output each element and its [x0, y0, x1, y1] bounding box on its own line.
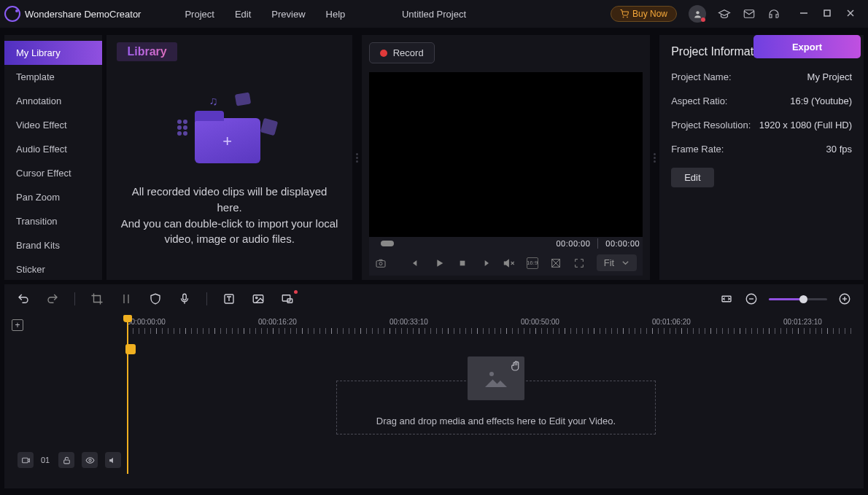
- svg-rect-22: [282, 295, 290, 301]
- framerate-value: 30 fps: [826, 144, 852, 155]
- maximize-button[interactable]: [823, 9, 833, 20]
- project-information-panel: Project Information Project Name:My Proj…: [659, 35, 864, 280]
- aspect-ratio-value: 16:9 (Youtube): [790, 96, 852, 106]
- menu-edit[interactable]: Edit: [235, 9, 251, 20]
- sidebar-item-template[interactable]: Template: [4, 65, 102, 89]
- sidebar-item-pan-zoom[interactable]: Pan Zoom: [4, 185, 102, 209]
- svg-rect-20: [253, 295, 263, 303]
- record-dot-icon: [380, 50, 387, 57]
- track-lock-button[interactable]: [58, 452, 74, 468]
- chevron-down-icon: [621, 259, 629, 267]
- crop-button[interactable]: [90, 292, 104, 306]
- play-icon[interactable]: [433, 257, 445, 269]
- grab-hand-icon: [509, 359, 522, 373]
- zoom-slider[interactable]: [769, 298, 827, 300]
- pip-button[interactable]: [280, 292, 295, 306]
- track-mute-button[interactable]: [105, 452, 121, 468]
- graduation-cap-icon[interactable]: [718, 7, 731, 20]
- image-button[interactable]: [251, 292, 266, 306]
- ruler-marker: 00:00:16:20: [258, 318, 297, 326]
- preview-current-time: 00:00:00: [557, 239, 591, 248]
- text-button[interactable]: [222, 292, 236, 306]
- project-name-label: Project Name:: [671, 71, 731, 82]
- menu-project[interactable]: Project: [185, 9, 214, 20]
- timeline-playhead[interactable]: [127, 315, 128, 474]
- timeline-toolbar: [4, 284, 864, 313]
- preview-total-time: 00:00:00: [605, 239, 640, 248]
- svg-rect-5: [824, 10, 830, 16]
- snapshot-icon[interactable]: [375, 257, 387, 269]
- track-video-icon[interactable]: [18, 452, 34, 468]
- cart-icon: [620, 9, 629, 18]
- menu-preview[interactable]: Preview: [271, 9, 305, 20]
- ruler-marker: 00:00:33:10: [390, 318, 428, 326]
- svg-point-9: [379, 262, 382, 265]
- panel-resize-handle[interactable]: [654, 35, 655, 280]
- app-name: Wondershare DemoCreator: [25, 9, 141, 20]
- aspect-ratio-label: Aspect Ratio:: [671, 96, 727, 106]
- aspect-ratio-icon[interactable]: 16:9: [527, 257, 538, 269]
- timeline-ruler[interactable]: 00:00:00:00 00:00:16:20 00:00:33:10 00:0…: [4, 313, 864, 334]
- svg-rect-31: [22, 458, 28, 463]
- mail-icon[interactable]: [743, 7, 756, 20]
- svg-point-2: [696, 11, 699, 14]
- library-sidebar: My Library Template Annotation Video Eff…: [4, 35, 102, 280]
- sidebar-item-my-library[interactable]: My Library: [4, 41, 102, 65]
- fit-timeline-button[interactable]: [719, 292, 734, 306]
- svg-rect-32: [63, 459, 69, 463]
- undo-button[interactable]: [16, 292, 31, 306]
- svg-rect-3: [744, 10, 754, 18]
- svg-point-33: [89, 459, 91, 461]
- zoom-out-button[interactable]: [744, 292, 759, 306]
- fullscreen-icon[interactable]: [573, 257, 585, 269]
- sidebar-item-sticker[interactable]: Sticker: [4, 257, 102, 281]
- sidebar-item-audio-effect[interactable]: Audio Effect: [4, 137, 102, 161]
- headset-icon[interactable]: [767, 7, 780, 20]
- library-tab[interactable]: Library: [117, 42, 177, 61]
- minimize-button[interactable]: [799, 9, 810, 20]
- close-button[interactable]: [846, 9, 856, 20]
- next-frame-icon[interactable]: [480, 257, 492, 269]
- sidebar-item-brand-kits[interactable]: Brand Kits: [4, 233, 102, 257]
- timeline[interactable]: + 00:00:00:00 00:00:16:20 00:00:33:10 00…: [4, 313, 864, 488]
- import-folder-icon[interactable]: +: [186, 98, 274, 163]
- resolution-value: 1920 x 1080 (Full HD): [759, 120, 852, 130]
- record-button[interactable]: Record: [369, 42, 435, 63]
- sidebar-item-video-effect[interactable]: Video Effect: [4, 113, 102, 137]
- svg-rect-8: [376, 260, 385, 267]
- sidebar-item-transition[interactable]: Transition: [4, 209, 102, 233]
- redo-button[interactable]: [45, 292, 60, 306]
- panel-resize-handle[interactable]: [357, 35, 357, 280]
- app-logo: Wondershare DemoCreator: [4, 6, 141, 22]
- svg-rect-18: [183, 294, 187, 300]
- project-title: Untitled Project: [402, 9, 466, 20]
- ruler-marker: 00:01:23:10: [783, 318, 822, 326]
- framerate-label: Frame Rate:: [671, 144, 724, 155]
- menu-help[interactable]: Help: [326, 9, 346, 20]
- user-account-icon[interactable]: [689, 5, 706, 23]
- previous-frame-icon[interactable]: [410, 257, 422, 269]
- main-menu: Project Edit Preview Help: [185, 9, 345, 20]
- library-panel[interactable]: Library + All recorded video clips will …: [106, 35, 352, 280]
- sidebar-item-annotation[interactable]: Annotation: [4, 89, 102, 113]
- sidebar-item-cursor-effect[interactable]: Cursor Effect: [4, 161, 102, 185]
- project-name-value: My Project: [807, 71, 852, 82]
- logo-icon: [4, 6, 20, 22]
- zoom-in-button[interactable]: [837, 292, 852, 306]
- shield-button[interactable]: [148, 292, 163, 306]
- project-edit-button[interactable]: Edit: [671, 168, 713, 187]
- track-visibility-button[interactable]: [82, 452, 98, 468]
- voiceover-button[interactable]: [177, 292, 192, 306]
- preview-viewport[interactable]: [369, 72, 643, 237]
- preview-scrubber[interactable]: [381, 241, 394, 246]
- stop-icon[interactable]: [457, 257, 468, 269]
- split-button[interactable]: [119, 292, 133, 306]
- safe-zone-icon[interactable]: [550, 257, 562, 269]
- resolution-label: Project Resolution:: [671, 120, 751, 130]
- preview-panel: Record 00:00:00 00:00:00 16:9 Fit: [362, 35, 650, 280]
- buy-now-button[interactable]: Buy Now: [611, 6, 677, 22]
- timeline-dropzone[interactable]: Drag and drop media and effects here to …: [336, 381, 656, 434]
- zoom-fit-dropdown[interactable]: Fit: [597, 254, 637, 271]
- export-button[interactable]: Export: [753, 35, 861, 58]
- mute-icon[interactable]: [503, 257, 515, 269]
